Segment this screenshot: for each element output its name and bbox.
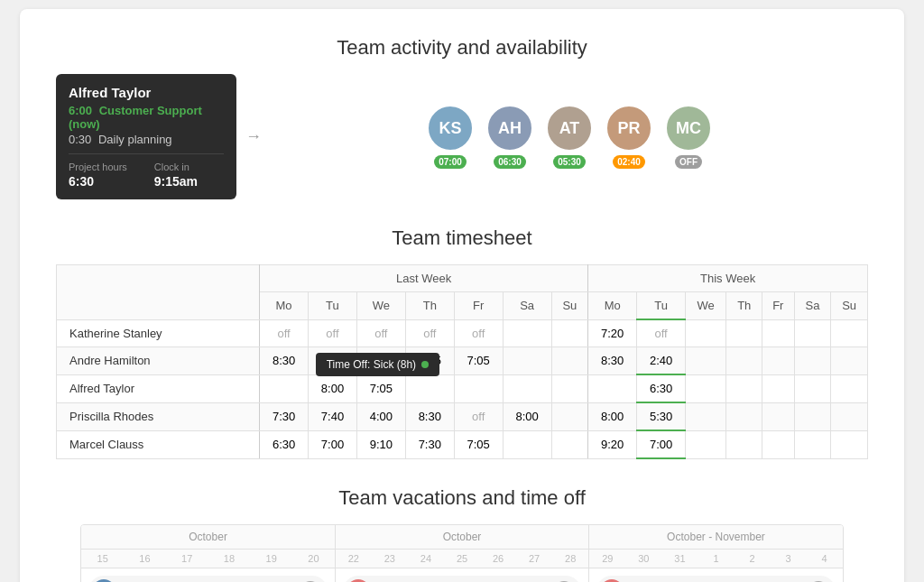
timesheet-cell-thisweek	[588, 374, 637, 402]
timesheet-cell: 9:10	[356, 430, 405, 458]
calendar-month: October151617181920KSVacation5dPR2d	[81, 525, 335, 582]
avatar: MC	[665, 105, 712, 152]
timesheet-cell: 8:00	[309, 374, 357, 402]
timesheet-cell	[503, 374, 551, 402]
cal-event: KSSick2d	[596, 576, 835, 582]
arrow-icon: →	[245, 127, 262, 146]
day-number: 28	[552, 550, 588, 568]
timesheet-cell	[405, 374, 454, 402]
timesheet-cell: 4:00	[356, 402, 405, 430]
timesheet-cell: off	[405, 319, 454, 347]
month-label: October	[81, 525, 334, 550]
day-number: 17	[166, 550, 208, 568]
timesheet-cell-thisweek	[831, 347, 868, 375]
popup-footer: Project hours 6:30 Clock in 9:15am	[69, 153, 224, 189]
day-number: 20	[292, 550, 335, 568]
timesheet-cell-thisweek	[794, 430, 831, 458]
timesheet-cell: Time Off: Sick (8h) 7:05	[356, 374, 405, 402]
timesheet-cell-thisweek	[726, 402, 762, 430]
timesheet-title: Team timesheet	[56, 226, 868, 250]
timesheet-cell	[551, 319, 588, 347]
popup-current-time: 6:00	[69, 104, 92, 117]
day-number: 3	[771, 550, 807, 568]
vacations-section: Team vacations and time off ‹ October151…	[56, 486, 868, 582]
day-number: 19	[250, 550, 292, 568]
avatar: AT	[546, 105, 593, 152]
timesheet-cell	[551, 347, 588, 375]
cal-event: ATSick3d	[343, 576, 581, 582]
day-number: 22	[336, 550, 372, 568]
timesheet-cell-thisweek	[762, 319, 795, 347]
employee-name: Marcel Clauss	[57, 430, 260, 458]
timesheet-cell: 8:30	[405, 402, 454, 430]
calendar-months: October151617181920KSVacation5dPR2dOctob…	[80, 524, 843, 582]
timesheet-cell-thisweek: 9:20	[588, 430, 637, 458]
timesheet-cell: 7:40	[309, 402, 357, 430]
timesheet-cell-thisweek	[686, 347, 726, 375]
timesheet-cell	[551, 402, 588, 430]
timesheet-cell-thisweek	[762, 430, 795, 458]
avatar-item[interactable]: AH06:30	[486, 105, 533, 169]
clock-in-value: 9:15am	[154, 174, 198, 189]
timesheet-cell: 7:30	[260, 402, 309, 430]
popup-next-task: Daily planning	[98, 133, 172, 146]
timesheet-cell: off	[309, 319, 357, 347]
main-container: Team activity and availability Alfred Ta…	[20, 9, 904, 582]
timesheet-cell-thisweek	[831, 374, 868, 402]
avatar-item[interactable]: AT05:30	[546, 105, 593, 169]
timesheet-cell-thisweek: 7:00	[637, 430, 686, 458]
avatar: AH	[486, 105, 533, 152]
timesheet-cell-thisweek	[762, 402, 795, 430]
avatar-item[interactable]: MCOFF	[665, 105, 712, 169]
timesheet-cell-thisweek: 8:30	[588, 347, 637, 375]
timesheet-cell-thisweek	[794, 319, 831, 347]
timesheet-cell: off	[454, 319, 503, 347]
timesheet-cell-thisweek: off	[637, 319, 686, 347]
timesheet-cell-thisweek	[686, 374, 726, 402]
timesheet-cell: off	[356, 319, 405, 347]
timesheet-cell-thisweek	[794, 402, 831, 430]
timesheet-table: Last WeekThis WeekMoTuWeThFrSaSuMoTuWeTh…	[56, 264, 868, 459]
day-number: 15	[81, 550, 124, 568]
calendar-month: October22232425262728ATSick3dAH2dMC2d	[336, 525, 589, 582]
employee-name: Katherine Stanley	[57, 319, 260, 347]
timesheet-cell-thisweek	[831, 319, 868, 347]
day-number: 24	[408, 550, 444, 568]
timesheet-cell	[503, 347, 551, 375]
day-number: 23	[372, 550, 408, 568]
timesheet-cell-thisweek: 2:40	[637, 347, 686, 375]
timesheet-cell-thisweek	[762, 347, 795, 375]
avatar-badge: 07:00	[434, 155, 467, 169]
project-hours-value: 6:30	[69, 174, 94, 189]
popup-next: 0:30 Daily planning	[69, 133, 224, 146]
project-hours: Project hours 6:30	[69, 162, 127, 189]
avatar: KS	[427, 105, 474, 152]
timesheet-cell-thisweek: 8:00	[588, 402, 637, 430]
timesheet-cell: 6:30	[260, 430, 309, 458]
popup-name: Alfred Taylor	[69, 85, 224, 100]
timesheet-cell	[454, 374, 503, 402]
activity-section: Alfred Taylor 6:00 Customer Support (now…	[56, 74, 868, 199]
timesheet-cell-thisweek	[726, 347, 762, 375]
day-number: 29	[589, 550, 625, 568]
employee-name: Alfred Taylor	[57, 374, 260, 402]
avatar-item[interactable]: KS07:00	[427, 105, 474, 169]
popup-current: 6:00 Customer Support (now)	[69, 104, 224, 131]
timesheet-cell	[503, 319, 551, 347]
vacations-title: Team vacations and time off	[56, 486, 868, 510]
timesheet-cell: off	[454, 402, 503, 430]
day-number: 16	[124, 550, 166, 568]
avatar-badge: OFF	[675, 155, 702, 169]
employee-name: Andre Hamilton	[57, 347, 260, 375]
timesheet-cell-thisweek	[686, 430, 726, 458]
timesheet-cell: 7:00	[309, 430, 357, 458]
avatar-item[interactable]: PR02:40	[605, 105, 652, 169]
timesheet-cell: 7:05	[454, 430, 503, 458]
timesheet-cell	[551, 374, 588, 402]
timesheet-cell	[503, 430, 551, 458]
timesheet-cell-thisweek	[794, 374, 831, 402]
avatar-badge: 05:30	[553, 155, 586, 169]
timesheet-cell-thisweek	[686, 319, 726, 347]
clock-in-label: Clock in	[154, 162, 198, 172]
day-number: 18	[208, 550, 251, 568]
